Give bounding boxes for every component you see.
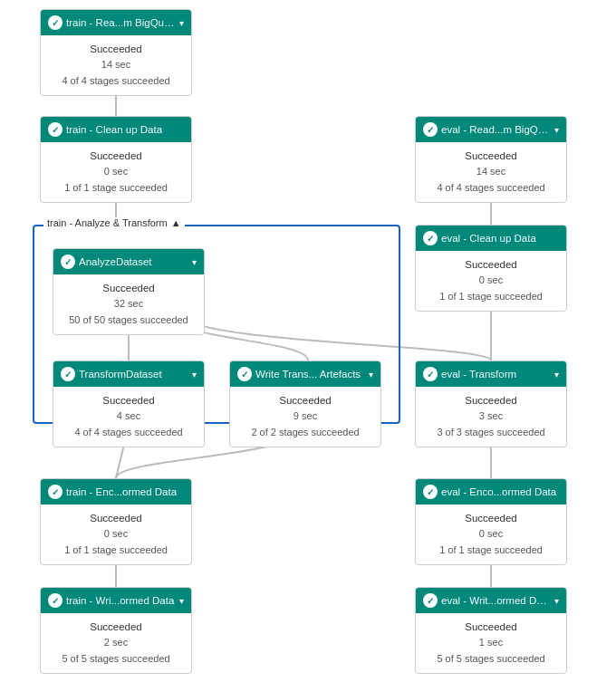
node-stages: 2 of 2 stages succeeded (237, 425, 373, 441)
node-stages: 5 of 5 stages succeeded (423, 651, 559, 668)
pipeline-canvas: train - Analyze & Transform ▲ train - Re… (0, 0, 616, 692)
node-body: Succeeded 2 sec 5 of 5 stages succeeded (41, 613, 191, 673)
node-stages: 4 of 4 stages succeeded (423, 180, 559, 197)
chevron-icon: ▾ (179, 596, 184, 606)
node-eval-read-bigquery[interactable]: eval - Read...m BigQuery ▾ Succeeded 14 … (415, 116, 567, 203)
node-eval-enc-ormed[interactable]: eval - Enco...ormed Data Succeeded 0 sec… (415, 478, 567, 565)
check-icon (48, 15, 63, 30)
node-header: train - Clean up Data (41, 117, 191, 142)
node-title: train - Rea...m BigQuery (66, 17, 176, 28)
check-icon (423, 485, 438, 499)
chevron-icon: ▾ (554, 596, 559, 606)
node-eval-cleanup[interactable]: eval - Clean up Data Succeeded 0 sec 1 o… (415, 225, 567, 312)
node-body: Succeeded 0 sec 1 of 1 stage succeeded (41, 142, 191, 202)
node-status: Succeeded (48, 148, 184, 164)
node-train-read-bigquery[interactable]: train - Rea...m BigQuery ▾ Succeeded 14 … (40, 9, 192, 96)
node-body: Succeeded 0 sec 1 of 1 stage succeeded (416, 505, 566, 564)
node-title: TransformDataset (79, 369, 188, 380)
node-status: Succeeded (61, 280, 197, 296)
node-status: Succeeded (61, 392, 197, 408)
node-header: Write Trans... Artefacts ▾ (230, 361, 380, 387)
node-status: Succeeded (423, 148, 559, 164)
chevron-icon: ▾ (554, 370, 559, 380)
check-icon (48, 485, 63, 499)
check-icon (423, 367, 438, 381)
node-title: Write Trans... Artefacts (255, 369, 365, 380)
chevron-icon: ▾ (192, 370, 197, 380)
node-train-enc-ormed[interactable]: train - Enc...ormed Data Succeeded 0 sec… (40, 478, 192, 565)
check-icon (48, 593, 63, 608)
node-transform-dataset[interactable]: TransformDataset ▾ Succeeded 4 sec 4 of … (53, 360, 205, 447)
node-stages: 4 of 4 stages succeeded (61, 425, 197, 441)
check-icon (237, 367, 252, 381)
node-train-wri-ormed[interactable]: train - Wri...ormed Data ▾ Succeeded 2 s… (40, 587, 192, 674)
node-time: 0 sec (423, 273, 559, 289)
node-title: eval - Transform (441, 369, 551, 380)
node-header: AnalyzeDataset ▾ (53, 249, 204, 274)
node-time: 32 sec (61, 296, 197, 312)
node-time: 9 sec (237, 408, 373, 425)
node-body: Succeeded 9 sec 2 of 2 stages succeeded (230, 387, 380, 447)
node-header: eval - Clean up Data (416, 226, 566, 251)
node-analyze-dataset[interactable]: AnalyzeDataset ▾ Succeeded 32 sec 50 of … (53, 248, 205, 335)
node-status: Succeeded (48, 41, 184, 57)
node-status: Succeeded (423, 619, 559, 635)
check-icon (423, 231, 438, 245)
group-chevron-icon: ▲ (171, 217, 181, 228)
node-title: train - Enc...ormed Data (66, 486, 184, 497)
node-body: Succeeded 14 sec 4 of 4 stages succeeded (41, 35, 191, 95)
node-header: train - Rea...m BigQuery ▾ (41, 10, 191, 35)
node-body: Succeeded 4 sec 4 of 4 stages succeeded (53, 387, 204, 447)
node-body: Succeeded 0 sec 1 of 1 stage succeeded (416, 251, 566, 311)
node-header: train - Wri...ormed Data ▾ (41, 588, 191, 613)
node-title: AnalyzeDataset (79, 256, 188, 267)
node-title: train - Clean up Data (66, 124, 184, 135)
node-time: 0 sec (48, 526, 184, 543)
node-header: eval - Enco...ormed Data (416, 479, 566, 505)
node-stages: 1 of 1 stage succeeded (48, 180, 184, 197)
node-header: train - Enc...ormed Data (41, 479, 191, 505)
node-train-cleanup[interactable]: train - Clean up Data Succeeded 0 sec 1 … (40, 116, 192, 203)
node-status: Succeeded (48, 619, 184, 635)
node-status: Succeeded (423, 256, 559, 273)
node-stages: 4 of 4 stages succeeded (48, 73, 184, 90)
chevron-icon: ▾ (554, 125, 559, 135)
node-stages: 3 of 3 stages succeeded (423, 425, 559, 441)
node-time: 14 sec (48, 57, 184, 73)
chevron-icon: ▾ (179, 18, 184, 28)
node-time: 0 sec (423, 526, 559, 543)
node-time: 14 sec (423, 164, 559, 180)
node-time: 3 sec (423, 408, 559, 425)
node-stages: 1 of 1 stage succeeded (48, 543, 184, 559)
check-icon (61, 255, 75, 269)
group-label[interactable]: train - Analyze & Transform ▲ (43, 217, 185, 228)
node-body: Succeeded 1 sec 5 of 5 stages succeeded (416, 613, 566, 673)
check-icon (48, 122, 63, 137)
node-title: eval - Read...m BigQuery (441, 124, 551, 135)
node-time: 2 sec (48, 635, 184, 651)
chevron-icon: ▾ (369, 370, 373, 380)
check-icon (423, 122, 438, 137)
check-icon (423, 593, 438, 608)
node-body: Succeeded 0 sec 1 of 1 stage succeeded (41, 505, 191, 564)
node-body: Succeeded 3 sec 3 of 3 stages succeeded (416, 387, 566, 447)
node-write-transform-artefacts[interactable]: Write Trans... Artefacts ▾ Succeeded 9 s… (229, 360, 381, 447)
node-header: eval - Read...m BigQuery ▾ (416, 117, 566, 142)
node-body: Succeeded 14 sec 4 of 4 stages succeeded (416, 142, 566, 202)
node-time: 1 sec (423, 635, 559, 651)
node-stages: 1 of 1 stage succeeded (423, 289, 559, 305)
node-eval-transform[interactable]: eval - Transform ▾ Succeeded 3 sec 3 of … (415, 360, 567, 447)
node-header: TransformDataset ▾ (53, 361, 204, 387)
node-time: 4 sec (61, 408, 197, 425)
check-icon (61, 367, 75, 381)
group-title-text: train - Analyze & Transform (47, 217, 168, 228)
node-title: eval - Clean up Data (441, 233, 559, 244)
node-title: eval - Writ...ormed Data (441, 595, 551, 606)
node-status: Succeeded (423, 510, 559, 526)
node-time: 0 sec (48, 164, 184, 180)
node-eval-writ-ormed[interactable]: eval - Writ...ormed Data ▾ Succeeded 1 s… (415, 587, 567, 674)
node-title: train - Wri...ormed Data (66, 595, 176, 606)
node-body: Succeeded 32 sec 50 of 50 stages succeed… (53, 274, 204, 334)
node-status: Succeeded (423, 392, 559, 408)
node-header: eval - Transform ▾ (416, 361, 566, 387)
